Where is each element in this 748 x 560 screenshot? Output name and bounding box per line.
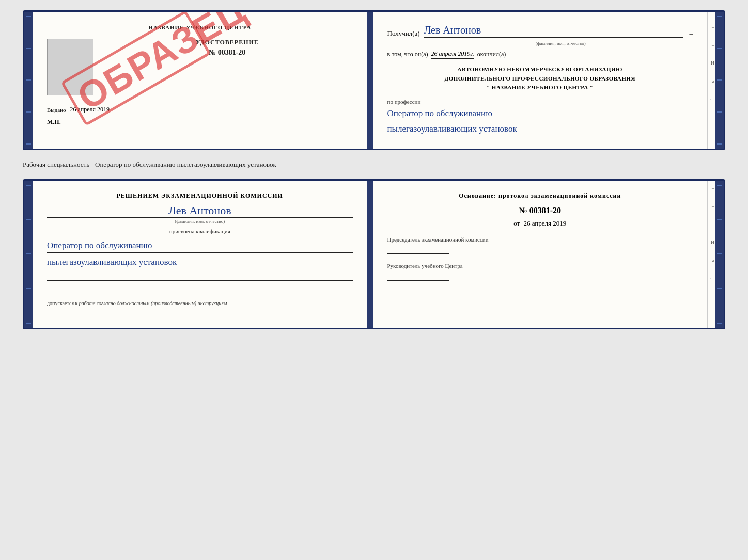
- bottom-left-page: Решением экзаменационной комиссии Лев Ан…: [33, 181, 369, 328]
- vydano-date: 26 апреля 2019: [70, 106, 110, 114]
- diploma-date-row: Выдано 26 апреля 2019: [47, 106, 353, 114]
- protocol-number: № 00381-20: [387, 206, 693, 215]
- ot-date: 26 апреля 2019: [523, 219, 566, 227]
- dopuskaetsya-value: работе согласно должностным (производств…: [79, 300, 227, 306]
- right-edge: – – И а ← – –: [707, 12, 715, 149]
- dash-after-name: –: [690, 29, 693, 38]
- org-line1: АВТОНОМНУЮ НЕКОММЕРЧЕСКУЮ ОРГАНИЗАЦИЮ: [458, 66, 622, 72]
- poluchil-name: Лев Антонов: [424, 24, 683, 38]
- osnovanie-text: Основание: протокол экзаменационной коми…: [387, 192, 693, 200]
- qualification-line1: Оператор по обслуживанию: [47, 238, 353, 253]
- dopuskaetsya-prefix: допускается к: [47, 300, 77, 306]
- dash-items: – – И а ← – –: [708, 24, 715, 138]
- bottom-center-spine: [369, 181, 373, 328]
- diploma-right-page: Получил(а) Лев Антонов – (фамилия, имя, …: [373, 12, 708, 149]
- bottom-right-edge: – – – И а ← – –: [707, 181, 715, 328]
- ot-date-row: от 26 апреля 2019: [387, 219, 693, 228]
- diploma-stamp-area: УДОСТОВЕРЕНИЕ № 00381-20: [47, 39, 353, 95]
- bottom-fio-label: (фамилия, имя, отчество): [47, 219, 353, 224]
- prisvoena-text: присвоена квалификация: [47, 228, 353, 234]
- resheniem-text: Решением экзаменационной комиссии: [47, 192, 353, 200]
- mp-label: М.П.: [47, 118, 353, 126]
- ot-prefix: от: [513, 219, 520, 227]
- org-line3: " НАЗВАНИЕ УЧЕБНОГО ЦЕНТРА ": [487, 84, 593, 90]
- diploma-school-name: НАЗВАНИЕ УЧЕБНОГО ЦЕНТРА: [47, 24, 353, 30]
- bottom-left-spine: [24, 181, 33, 328]
- vtom-date: 26 апреля 2019г.: [431, 50, 474, 59]
- org-line2: ДОПОЛНИТЕЛЬНОГО ПРОФЕССИОНАЛЬНОГО ОБРАЗО…: [445, 75, 635, 82]
- blank-line-1: [47, 274, 353, 281]
- vtom-row: в том, что он(а) 26 апреля 2019г. окончи…: [387, 50, 693, 59]
- cert-label: УДОСТОВЕРЕНИЕ: [102, 39, 353, 46]
- profession-line2: пылегазоулавливающих установок: [387, 122, 693, 136]
- bottom-person-name: Лев Антонов: [47, 204, 353, 218]
- predsedatel-label: Председатель экзаменационной комиссии: [387, 236, 693, 244]
- poluchil-row: Получил(а) Лев Антонов –: [387, 24, 693, 38]
- profession-label: по профессии: [387, 99, 693, 105]
- org-text: АВТОНОМНУЮ НЕКОММЕРЧЕСКУЮ ОРГАНИЗАЦИЮ ДО…: [387, 65, 693, 92]
- qualification-line2: пылегазоулавливающих установок: [47, 255, 353, 269]
- bottom-book: Решением экзаменационной комиссии Лев Ан…: [23, 179, 725, 329]
- rukovoditel-signature: [387, 274, 449, 281]
- diploma-left-page: НАЗВАНИЕ УЧЕБНОГО ЦЕНТРА УДОСТОВЕРЕНИЕ №…: [33, 12, 369, 149]
- stamp-photo-placeholder: [47, 39, 93, 95]
- bottom-right-page: Основание: протокол экзаменационной коми…: [373, 181, 708, 328]
- blank-line-2: [47, 285, 353, 292]
- cert-number: № 00381-20: [102, 49, 353, 57]
- bottom-dash-items: – – – И а ← – –: [708, 185, 715, 317]
- dopuskaetsya-row: допускается к работе согласно должностны…: [47, 300, 353, 306]
- vtom-prefix: в том, что он(а): [387, 51, 428, 58]
- middle-specialty-text: Рабочая специальность - Оператор по обсл…: [23, 161, 725, 169]
- left-spine: [24, 12, 33, 149]
- diploma-book: НАЗВАНИЕ УЧЕБНОГО ЦЕНТРА УДОСТОВЕРЕНИЕ №…: [23, 10, 725, 150]
- vydano-label: Выдано: [47, 107, 66, 113]
- blank-line-3: [47, 309, 353, 316]
- rukovoditel-label: Руководитель учебного Центра: [387, 262, 693, 270]
- center-spine: [369, 12, 373, 149]
- cert-info: УДОСТОВЕРЕНИЕ № 00381-20: [102, 39, 353, 57]
- okonchil-label: окончил(а): [477, 51, 506, 58]
- poluchil-label: Получил(а): [387, 29, 420, 38]
- bottom-right-spine: [715, 181, 724, 328]
- predsedatel-signature: [387, 247, 449, 254]
- profession-line1: Оператор по обслуживанию: [387, 107, 693, 121]
- right-spine: [715, 12, 724, 149]
- fio-label-top: (фамилия, имя, отчество): [429, 41, 693, 46]
